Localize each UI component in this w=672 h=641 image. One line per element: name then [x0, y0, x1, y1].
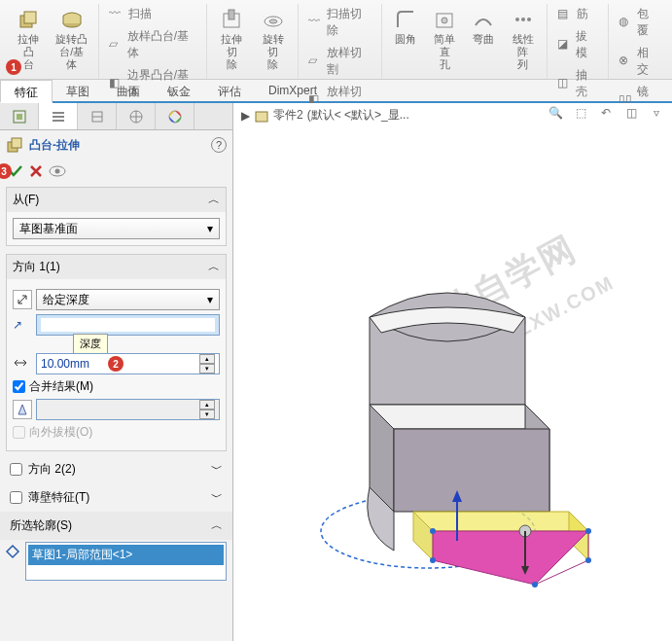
- loft-cut-icon: ▱: [308, 53, 323, 69]
- direction1-section: 方向 1(1) ︿ 给定深度 ▾ ↗ 深度: [6, 254, 227, 451]
- graphics-canvas[interactable]: ▶ 零件2 (默认< <默认>_显... 🔍 ⬚ ↶ ◫ ▿ 软件自学网WWW.…: [233, 103, 672, 641]
- wrap-button[interactable]: ◍包覆: [613, 4, 664, 41]
- from-section: 从(F) ︿ 草图基准面 ▾: [6, 187, 227, 246]
- sweep-button[interactable]: 〰扫描: [103, 4, 202, 24]
- end-condition-combo[interactable]: 给定深度 ▾: [36, 289, 220, 310]
- sweep-cut-button[interactable]: 〰扫描切除: [302, 4, 376, 41]
- fillet-icon: [392, 6, 419, 33]
- draft-outward-label: 向外拔模(O): [29, 424, 92, 441]
- revolve-boss-button[interactable]: 旋转凸 台/基体: [50, 4, 94, 73]
- linear-pattern-button[interactable]: 线性阵 列: [503, 4, 543, 73]
- rib-button[interactable]: ▤筋: [551, 4, 603, 24]
- tab-evaluate[interactable]: 评估: [204, 80, 255, 101]
- thin-checkbox[interactable]: [10, 491, 22, 504]
- depth-input[interactable]: ▴▾: [36, 353, 220, 374]
- chevron-up-icon: ︿: [211, 517, 223, 534]
- shell-button[interactable]: ◫抽壳: [551, 65, 603, 102]
- bend-button[interactable]: 弯曲: [464, 4, 503, 73]
- svg-rect-16: [53, 120, 64, 122]
- draft-button[interactable]: ◪拔模: [551, 26, 603, 63]
- extrude-boss-button[interactable]: 拉伸凸 台 1: [8, 4, 50, 73]
- draft-toggle[interactable]: [13, 400, 32, 419]
- contour-item[interactable]: 草图1-局部范围<1>: [28, 545, 224, 565]
- model-view: [301, 239, 613, 589]
- direction-arrow-icon: ↗: [13, 318, 32, 332]
- draft-angle-input[interactable]: ▴▾: [36, 399, 220, 420]
- cancel-button[interactable]: [29, 164, 43, 178]
- svg-point-8: [442, 18, 447, 23]
- from-value: 草图基准面: [19, 221, 78, 237]
- revolve-cut-button[interactable]: 旋转切 除: [253, 4, 295, 73]
- sweep-icon: 〰: [109, 7, 124, 22]
- tab-surface[interactable]: 曲面: [103, 80, 154, 101]
- contour-listbox[interactable]: 草图1-局部范围<1>: [25, 542, 227, 581]
- confirm-bar: 3: [0, 160, 232, 183]
- badge-1: 1: [6, 59, 21, 75]
- view-orient-icon[interactable]: ▿: [647, 103, 666, 123]
- intersect-button[interactable]: ⊗相交: [613, 43, 664, 80]
- panel-tab-dim[interactable]: [117, 103, 156, 129]
- reverse-direction-button[interactable]: [13, 290, 32, 309]
- svg-point-29: [430, 528, 436, 534]
- breadcrumb[interactable]: ▶ 零件2 (默认< <默认>_显...: [241, 107, 409, 124]
- section-view-icon[interactable]: ◫: [621, 103, 641, 123]
- tab-sheetmetal[interactable]: 钣金: [154, 80, 204, 101]
- tab-dimxpert[interactable]: DimXpert: [255, 80, 331, 101]
- view-tools: 🔍 ⬚ ↶ ◫ ▿: [546, 103, 666, 123]
- svg-point-10: [521, 18, 525, 21]
- contour-head[interactable]: 所选轮廓(S) ︿: [0, 512, 232, 540]
- preview-button[interactable]: [49, 165, 66, 177]
- panel-tab-property[interactable]: [39, 103, 78, 129]
- fillet-button[interactable]: 圆角: [386, 4, 425, 73]
- depth-spinner[interactable]: ▴▾: [199, 354, 215, 374]
- chevron-down-icon: ﹀: [211, 489, 223, 506]
- svg-rect-27: [256, 112, 267, 122]
- panel-tab-feature[interactable]: [0, 103, 39, 129]
- prev-view-icon[interactable]: ↶: [596, 103, 616, 123]
- dir1-label: 方向 1(1): [13, 259, 60, 275]
- svg-point-26: [55, 169, 60, 174]
- feature-title: 凸台-拉伸: [29, 137, 80, 154]
- direction2-checkbox[interactable]: [10, 463, 22, 476]
- direction-vector-field[interactable]: [41, 318, 215, 332]
- direction1-head[interactable]: 方向 1(1) ︿: [7, 255, 226, 279]
- merge-label: 合并结果(M): [29, 378, 93, 395]
- svg-point-30: [585, 528, 591, 534]
- zoom-area-icon[interactable]: ⬚: [571, 103, 590, 123]
- extrude-cut-button[interactable]: 拉伸切 除: [211, 4, 253, 73]
- tab-features[interactable]: 特征: [0, 80, 53, 103]
- contour-icon: [0, 540, 25, 587]
- zoom-fit-icon[interactable]: 🔍: [546, 103, 565, 123]
- contour-label: 所选轮廓(S): [10, 517, 72, 534]
- revolve-cut-icon: [260, 6, 287, 33]
- thin-head[interactable]: 薄壁特征(T) ﹀: [0, 483, 232, 512]
- rib-icon: ▤: [557, 7, 573, 22]
- help-button[interactable]: ?: [211, 137, 227, 153]
- loft-cut-button[interactable]: ▱放样切割: [302, 43, 376, 80]
- from-label: 从(F): [13, 192, 39, 208]
- panel-tab-config[interactable]: [78, 103, 117, 129]
- svg-point-33: [585, 557, 591, 563]
- panel-tabs: [0, 103, 232, 130]
- panel-tab-appear[interactable]: [156, 103, 195, 129]
- hole-button[interactable]: 简单直 孔: [425, 4, 465, 73]
- tab-sketch[interactable]: 草图: [53, 80, 103, 101]
- thin-label: 薄壁特征(T): [28, 489, 89, 506]
- depth-tooltip: 深度: [73, 334, 108, 354]
- direction2-head[interactable]: 方向 2(2) ﹀: [0, 455, 232, 483]
- feature-header: 凸台-拉伸 ?: [0, 130, 232, 160]
- direction-vector-input[interactable]: [36, 314, 220, 336]
- merge-checkbox[interactable]: [13, 380, 25, 393]
- svg-point-6: [269, 19, 277, 23]
- hole-icon: [431, 6, 458, 33]
- from-combo[interactable]: 草图基准面 ▾: [13, 218, 220, 239]
- revolve-icon: [58, 6, 86, 33]
- sweep-cut-icon: 〰: [308, 15, 323, 30]
- svg-rect-13: [17, 114, 22, 120]
- draft-spinner[interactable]: ▴▾: [199, 400, 215, 419]
- dropdown-icon: ▾: [207, 293, 213, 306]
- chevron-up-icon: ︿: [208, 259, 220, 275]
- from-section-head[interactable]: 从(F) ︿: [7, 188, 226, 212]
- loft-button[interactable]: ▱放样凸台/基体: [103, 26, 202, 63]
- svg-rect-15: [53, 116, 64, 118]
